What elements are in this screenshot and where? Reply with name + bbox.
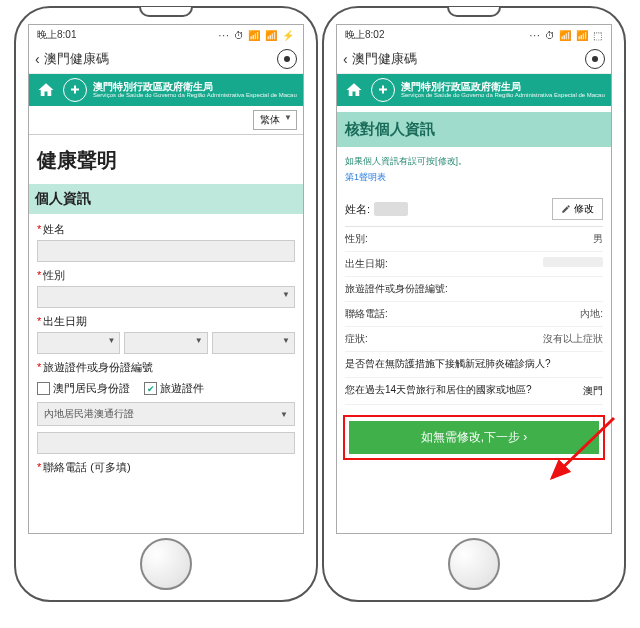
- phone-frame-left: 晚上8:01 ··· ⏱ 📶 📶 ⚡ ‹ 澳門健康碼 澳門特別行政區政府衛生局 …: [14, 6, 318, 602]
- org-text: 澳門特別行政區政府衛生局 Serviços de Saúde do Govern…: [93, 81, 297, 99]
- phone-notch: [447, 7, 501, 17]
- back-icon[interactable]: ‹: [35, 51, 40, 67]
- language-row: 繁体: [29, 106, 303, 135]
- checkbox-label: 旅遊證件: [160, 381, 204, 396]
- checkbox-travel-doc[interactable]: ✔ 旅遊證件: [144, 381, 204, 396]
- org-banner: 澳門特別行政區政府衛生局 Serviços de Saúde do Govern…: [337, 74, 611, 106]
- phone-frame-right: 晚上8:02 ··· ⏱ 📶 📶 ⬚ ‹ 澳門健康碼 澳門特別行政區政府衛生局 …: [322, 6, 626, 602]
- gender-select[interactable]: [37, 286, 295, 308]
- screen-right: 晚上8:02 ··· ⏱ 📶 📶 ⬚ ‹ 澳門健康碼 澳門特別行政區政府衛生局 …: [336, 24, 612, 534]
- status-bar: 晚上8:01 ··· ⏱ 📶 📶 ⚡: [29, 25, 303, 45]
- checkbox-label: 澳門居民身份證: [53, 381, 130, 396]
- name-row: 姓名: 修改: [345, 192, 603, 227]
- page-heading: 健康聲明: [37, 147, 295, 174]
- org-line1: 澳門特別行政區政府衛生局: [93, 81, 297, 92]
- review-body: 核對個人資訊 如果個人資訊有誤可按[修改]。 第1聲明表 姓名: 修改 性別: …: [337, 106, 611, 466]
- dob-row: 出生日期:: [345, 252, 603, 277]
- navbar-title: 澳門健康碼: [352, 50, 585, 68]
- language-select[interactable]: 繁体: [253, 110, 297, 130]
- phone-notch: [139, 7, 193, 17]
- health-badge-icon: [63, 78, 87, 102]
- home-button[interactable]: [448, 538, 500, 590]
- target-icon[interactable]: [277, 49, 297, 69]
- permit-type-select[interactable]: 內地居民港澳通行證: [37, 402, 295, 426]
- question-travel: 您在過去14天曾旅行和居住的國家或地區? 澳門: [345, 378, 603, 405]
- status-icons: ··· ⏱ 📶 📶 ⚡: [219, 30, 295, 41]
- dob-label: *出生日期: [37, 314, 295, 329]
- question-contact: 是否曾在無防護措施下接觸新冠肺炎確診病人?: [345, 352, 603, 378]
- edit-button[interactable]: 修改: [552, 198, 603, 220]
- review-title: 核對個人資訊: [337, 112, 611, 147]
- status-time: 晚上8:02: [345, 28, 384, 42]
- phone-label: *聯絡電話 (可多填): [37, 460, 295, 475]
- symptom-row: 症狀: 沒有以上症狀: [345, 327, 603, 352]
- status-icons: ··· ⏱ 📶 📶 ⬚: [530, 30, 603, 41]
- checkbox-local-id[interactable]: 澳門居民身份證: [37, 381, 130, 396]
- status-time: 晚上8:01: [37, 28, 76, 42]
- dob-month-select[interactable]: [124, 332, 207, 354]
- name-input[interactable]: [37, 240, 295, 262]
- gender-select-row: [37, 286, 295, 308]
- org-line1: 澳門特別行政區政府衛生局: [401, 81, 605, 92]
- name-label: *姓名: [37, 222, 295, 237]
- dob-day-select[interactable]: [212, 332, 295, 354]
- next-step-button[interactable]: 如無需修改,下一步 ›: [349, 421, 599, 454]
- navbar: ‹ 澳門健康碼: [29, 45, 303, 74]
- section-header: 個人資訊: [29, 184, 303, 214]
- gender-label: *性別: [37, 268, 295, 283]
- back-icon[interactable]: ‹: [343, 51, 348, 67]
- doc-type-row: 澳門居民身份證 ✔ 旅遊證件: [37, 381, 295, 396]
- home-button[interactable]: [140, 538, 192, 590]
- review-hint: 如果個人資訊有誤可按[修改]。: [345, 155, 603, 168]
- gender-row: 性別: 男: [345, 227, 603, 252]
- home-icon[interactable]: [35, 81, 57, 99]
- navbar: ‹ 澳門健康碼: [337, 45, 611, 74]
- health-badge-icon: [371, 78, 395, 102]
- name-key: 姓名:: [345, 202, 370, 217]
- doc-number-input[interactable]: [37, 432, 295, 454]
- navbar-title: 澳門健康碼: [44, 50, 277, 68]
- screen-left: 晚上8:01 ··· ⏱ 📶 📶 ⚡ ‹ 澳門健康碼 澳門特別行政區政府衛生局 …: [28, 24, 304, 534]
- doc-label: *旅遊證件或身份證編號: [37, 360, 295, 375]
- checkbox-box: [37, 382, 50, 395]
- declaration-link[interactable]: 第1聲明表: [345, 171, 386, 184]
- checkbox-box-checked: ✔: [144, 382, 157, 395]
- org-line2: Serviços de Saúde do Governo da Região A…: [401, 92, 605, 99]
- org-banner: 澳門特別行政區政府衛生局 Serviços de Saúde do Govern…: [29, 74, 303, 106]
- name-value-redacted: [374, 202, 408, 216]
- form-body: 健康聲明 個人資訊 *姓名 *性別 *出生日期 *旅遊證件或身份證編號 澳門居民…: [29, 135, 303, 484]
- dob-redacted: [543, 257, 603, 267]
- target-icon[interactable]: [585, 49, 605, 69]
- status-bar: 晚上8:02 ··· ⏱ 📶 📶 ⬚: [337, 25, 611, 45]
- dob-row: [37, 332, 295, 354]
- phone-row: 聯絡電話: 內地:: [345, 302, 603, 327]
- home-icon[interactable]: [343, 81, 365, 99]
- cta-highlight-box: 如無需修改,下一步 ›: [343, 415, 605, 460]
- org-text: 澳門特別行政區政府衛生局 Serviços de Saúde do Govern…: [401, 81, 605, 99]
- pencil-icon: [561, 204, 571, 214]
- org-line2: Serviços de Saúde do Governo da Região A…: [93, 92, 297, 99]
- doc-row: 旅遊證件或身份證編號:: [345, 277, 603, 302]
- dob-year-select[interactable]: [37, 332, 120, 354]
